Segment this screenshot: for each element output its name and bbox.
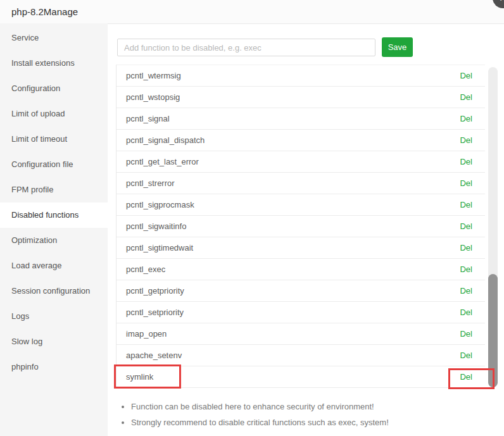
- sidebar-item-install-extensions[interactable]: Install extensions: [0, 51, 108, 76]
- delete-link[interactable]: Del: [460, 92, 472, 102]
- scrollbar-thumb[interactable]: [488, 274, 498, 387]
- delete-link[interactable]: Del: [460, 372, 472, 382]
- note-item: Strongly recommend to disable critical f…: [131, 414, 389, 430]
- sidebar-item-service[interactable]: Service: [0, 25, 108, 51]
- delete-link[interactable]: Del: [460, 178, 472, 188]
- sidebar-item-configuration-file[interactable]: Configuration file: [0, 152, 108, 177]
- sidebar-item-slow-log[interactable]: Slow log: [0, 329, 108, 354]
- php-manage-window: php-8.2Manage ✕ ServiceInstall extension…: [0, 0, 504, 436]
- function-name: symlink: [126, 372, 153, 382]
- delete-link[interactable]: Del: [460, 351, 472, 360]
- delete-link[interactable]: Del: [460, 71, 472, 80]
- sidebar-item-optimization[interactable]: Optimization: [0, 228, 108, 253]
- footer-notes: Function can be disabled here to enhance…: [120, 399, 389, 430]
- function-name: pcntl_sigwaitinfo: [126, 221, 186, 231]
- function-row: pcntl_sigwaitinfoDel: [117, 216, 485, 237]
- function-name: pcntl_sigprocmask: [126, 200, 194, 209]
- function-row: pcntl_wtermsigDel: [117, 65, 485, 87]
- function-row: pcntl_strerrorDel: [117, 173, 485, 194]
- function-name: pcntl_wstopsig: [126, 92, 180, 102]
- page-title: php-8.2Manage: [11, 0, 78, 23]
- delete-link[interactable]: Del: [460, 329, 472, 339]
- sidebar-item-phpinfo[interactable]: phpinfo: [0, 354, 108, 380]
- function-name: pcntl_get_last_error: [126, 157, 199, 166]
- function-row: pcntl_sigprocmaskDel: [117, 194, 485, 216]
- sidebar: ServiceInstall extensionsConfigurationLi…: [0, 23, 108, 436]
- function-row: imap_openDel: [117, 323, 485, 345]
- function-row: pcntl_sigtimedwaitDel: [117, 237, 485, 259]
- delete-link[interactable]: Del: [460, 221, 472, 231]
- function-name: apache_setenv: [126, 351, 182, 360]
- window-header: php-8.2Manage: [0, 0, 504, 24]
- delete-link[interactable]: Del: [460, 308, 472, 317]
- function-row: pcntl_getpriorityDel: [117, 280, 485, 302]
- function-name: pcntl_signal: [126, 114, 170, 123]
- function-name: pcntl_setpriority: [126, 308, 184, 317]
- sidebar-item-configuration[interactable]: Configuration: [0, 76, 108, 101]
- sidebar-item-session-configuration[interactable]: Session configuration: [0, 278, 108, 304]
- sidebar-item-fpm-profile[interactable]: FPM profile: [0, 177, 108, 202]
- function-row: pcntl_get_last_errorDel: [117, 151, 485, 173]
- sidebar-item-load-average[interactable]: Load average: [0, 253, 108, 278]
- function-name: pcntl_wtermsig: [126, 71, 181, 80]
- function-row: pcntl_signalDel: [117, 108, 485, 130]
- delete-link[interactable]: Del: [460, 135, 472, 145]
- sidebar-item-limit-of-upload[interactable]: Limit of upload: [0, 101, 108, 127]
- function-name: pcntl_strerror: [126, 178, 175, 188]
- disabled-functions-list: pcntl_wtermsigDelpcntl_wstopsigDelpcntl_…: [116, 65, 485, 388]
- function-row: pcntl_execDel: [117, 259, 485, 280]
- function-name: imap_open: [126, 329, 167, 339]
- sidebar-item-disabled-functions[interactable]: Disabled functions: [0, 202, 108, 228]
- delete-link[interactable]: Del: [460, 265, 472, 274]
- main-panel: Save pcntl_wtermsigDelpcntl_wstopsigDelp…: [108, 23, 504, 436]
- function-row: symlinkDel: [117, 366, 485, 388]
- function-row: apache_setenvDel: [117, 345, 485, 366]
- delete-link[interactable]: Del: [460, 243, 472, 252]
- function-row: pcntl_wstopsigDel: [117, 87, 485, 108]
- function-name: pcntl_signal_dispatch: [126, 135, 205, 145]
- function-row: pcntl_setpriorityDel: [117, 302, 485, 323]
- function-row: pcntl_signal_dispatchDel: [117, 130, 485, 151]
- delete-link[interactable]: Del: [460, 200, 472, 209]
- add-function-input[interactable]: [117, 39, 375, 56]
- function-name: pcntl_getpriority: [126, 286, 184, 296]
- close-icon: ✕: [500, 0, 504, 3]
- delete-link[interactable]: Del: [460, 286, 472, 296]
- sidebar-item-logs[interactable]: Logs: [0, 304, 108, 329]
- delete-link[interactable]: Del: [460, 157, 472, 166]
- sidebar-item-limit-of-timeout[interactable]: Limit of timeout: [0, 127, 108, 152]
- delete-link[interactable]: Del: [460, 114, 472, 123]
- save-button[interactable]: Save: [382, 37, 413, 57]
- function-name: pcntl_exec: [126, 265, 165, 274]
- note-item: Function can be disabled here to enhance…: [131, 399, 389, 414]
- function-name: pcntl_sigtimedwait: [126, 243, 193, 252]
- scrollbar-track[interactable]: [488, 67, 498, 387]
